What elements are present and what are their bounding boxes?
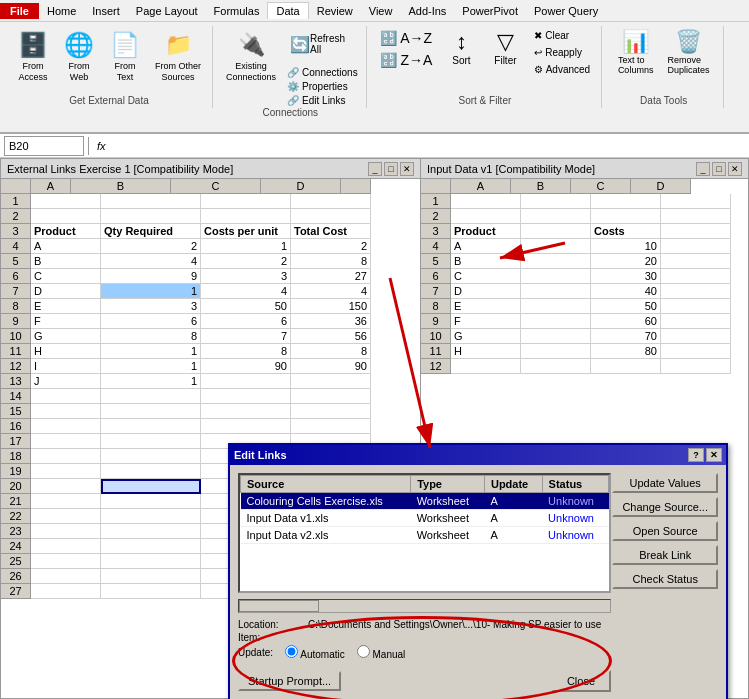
menu-powerpivot[interactable]: PowerPivot [454,3,526,19]
menu-review[interactable]: Review [309,3,361,19]
conn-properties[interactable]: ⚙️ Properties [285,80,360,93]
ribbon-group-data-tools: 📊 Text toColumns 🗑️ RemoveDuplicates Dat… [604,26,724,108]
ribbon-btn-existing-conn[interactable]: 🔌 ExistingConnections [221,26,281,86]
dialog-help-btn[interactable]: ? [688,448,704,462]
ribbon-btn-refresh[interactable]: 🔄 RefreshAll [285,30,360,58]
from-web-label: FromWeb [69,61,90,83]
col-header-c[interactable]: C [171,179,261,194]
text-to-col-icon: 📊 [622,29,649,55]
ribbon-btn-from-web[interactable]: 🌐 FromWeb [58,26,100,86]
menu-view[interactable]: View [361,3,401,19]
ribbon-btn-from-text[interactable]: 📄 FromText [104,26,146,86]
type-cell: Worksheet [411,510,485,527]
edit-links-dialog: Edit Links ? ✕ Source Type [228,443,728,699]
sort-asc-btn[interactable]: 🔡 A→Z [375,28,437,48]
startup-prompt-btn[interactable]: Startup Prompt... [238,671,341,691]
table-row: 4A10 [421,239,748,254]
clear-btn[interactable]: ✖ Clear [529,28,595,43]
radio-automatic[interactable] [285,645,298,658]
right-sheet-minimize[interactable]: _ [696,162,710,176]
dialog-footer: Location: C:\Documents and Settings\Owne… [238,617,611,662]
dialog-close-btn-title[interactable]: ✕ [706,448,722,462]
table-row: 9F60 [421,314,748,329]
ribbon-btn-filter[interactable]: ▽ Filter [485,26,525,69]
break-link-btn[interactable]: Break Link [612,545,718,565]
r-col-c[interactable]: C [571,179,631,194]
status-cell: Unknown [542,527,608,544]
col-header-d[interactable]: D [261,179,341,194]
table-row: 15 [1,404,420,419]
source-cell: Input Data v2.xls [241,527,411,544]
radio-automatic-label: Automatic [285,645,345,660]
menu-home[interactable]: Home [39,3,84,19]
table-row[interactable]: Input Data v1.xls Worksheet A Unknown [241,510,609,527]
table-row: 11H80 [421,344,748,359]
col-type: Type [411,476,485,493]
conn-icon: 🔗 [287,67,299,78]
ribbon-btn-from-access[interactable]: 🗄️ FromAccess [12,26,54,86]
change-source-btn[interactable]: Change Source... [612,497,718,517]
menu-insert[interactable]: Insert [84,3,128,19]
get-external-title: Get External Data [69,95,148,108]
connections-title: Connections [263,107,319,120]
r-col-d[interactable]: D [631,179,691,194]
table-row: 1 [1,194,420,209]
menu-file[interactable]: File [0,3,39,19]
location-value: C:\Documents and Settings\Owner\...\10- … [308,619,601,630]
ribbon-btn-from-other[interactable]: 📁 From OtherSources [150,26,206,86]
table-row: 8E50 [421,299,748,314]
remove-dup-label: RemoveDuplicates [667,55,709,75]
filter-icon: ▽ [497,29,514,55]
fx-button[interactable]: fx [93,140,110,152]
remove-dup-icon: 🗑️ [675,29,702,55]
r-col-a[interactable]: A [451,179,511,194]
refresh-label: RefreshAll [310,33,345,55]
sort-desc-btn[interactable]: 🔡 Z→A [375,50,438,70]
table-row: 3ProductCosts [421,224,748,239]
advanced-btn[interactable]: ⚙ Advanced [529,62,595,77]
open-source-btn[interactable]: Open Source [612,521,718,541]
table-row: 10G70 [421,329,748,344]
right-sheet-close[interactable]: ✕ [728,162,742,176]
sort-icon: ↕️ [456,29,467,55]
existing-conn-icon: 🔌 [235,29,267,61]
status-cell: Unknown [542,493,608,510]
table-row: 2 [1,209,420,224]
r-col-b[interactable]: B [511,179,571,194]
menu-page-layout[interactable]: Page Layout [128,3,206,19]
menu-formulas[interactable]: Formulas [206,3,268,19]
check-status-btn[interactable]: Check Status [612,569,718,589]
source-cell: Colouring Cells Exercise.xls [241,493,411,510]
ribbon-btn-text-to-col[interactable]: 📊 Text toColumns [613,26,659,78]
table-row: 10G8756 [1,329,420,344]
conn-connections[interactable]: 🔗 Connections [285,66,360,79]
update-values-btn[interactable]: Update Values [612,473,718,493]
name-box[interactable] [4,136,84,156]
type-cell: Worksheet [411,527,485,544]
menu-data[interactable]: Data [267,2,308,19]
table-row: 16 [1,419,420,434]
table-row[interactable]: Input Data v2.xls Worksheet A Unknown [241,527,609,544]
col-header-e[interactable] [341,179,371,194]
reapply-btn[interactable]: ↩ Reapply [529,45,595,60]
left-sheet-close[interactable]: ✕ [400,162,414,176]
menu-addins[interactable]: Add-Ins [400,3,454,19]
existing-conn-label: ExistingConnections [226,61,276,83]
dialog-links-table: Source Type Update Status Colouring Cell… [240,475,609,544]
left-sheet-minimize[interactable]: _ [368,162,382,176]
right-sheet-restore[interactable]: □ [712,162,726,176]
col-header-b[interactable]: B [71,179,171,194]
right-sheet-title: Input Data v1 [Compatibility Mode] [427,163,692,175]
formula-input[interactable] [114,140,745,152]
menu-powerquery[interactable]: Power Query [526,3,606,19]
from-text-label: FromText [115,61,136,83]
col-header-a[interactable]: A [31,179,71,194]
table-row[interactable]: Colouring Cells Exercise.xls Worksheet A… [241,493,609,510]
radio-manual[interactable] [357,645,370,658]
close-btn[interactable]: Close [551,670,611,692]
table-row: 14 [1,389,420,404]
ribbon-btn-remove-dup[interactable]: 🗑️ RemoveDuplicates [662,26,714,78]
left-sheet-restore[interactable]: □ [384,162,398,176]
conn-edit-links[interactable]: 🔗 Edit Links [285,94,360,107]
ribbon-btn-sort[interactable]: ↕️ Sort [441,26,481,69]
